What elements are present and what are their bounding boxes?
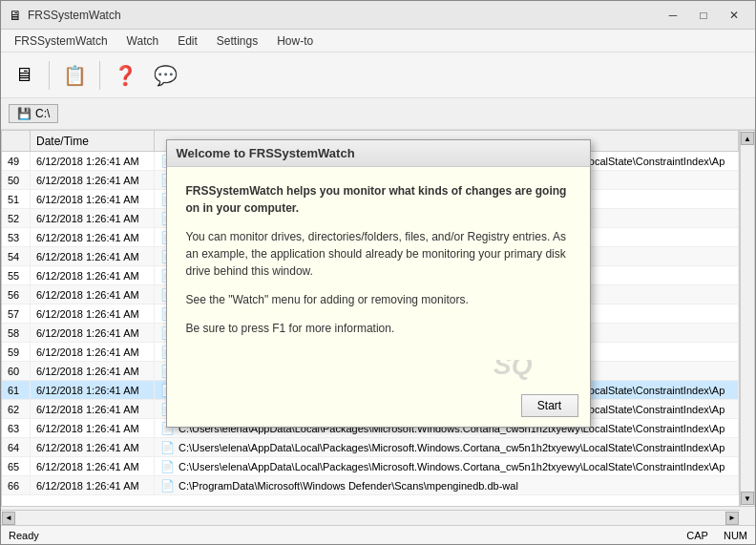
help-button[interactable]: ❓ [106,56,144,94]
drive-icon: 💾 [17,107,32,120]
titlebar-left: 🖥 FRSSystemWatch [9,8,121,23]
titlebar: 🖥 FRSSystemWatch ─ □ ✕ [1,1,755,30]
dialog-watermark: SQ [494,360,532,381]
status-cap: CAP [686,530,708,541]
document-icon: 📋 [63,64,87,87]
statusbar-right: CAP NUM [686,530,747,541]
file-button[interactable]: 📋 [55,56,94,94]
help-icon: ❓ [114,64,137,87]
menu-howto[interactable]: How-to [267,31,323,52]
menu-watch[interactable]: Watch [117,31,169,52]
dialog-overlay: Welcome to FRSSystemWatch FRSSystemWatch… [1,130,755,526]
main-area: Date/Time 496/12/2018 1:26:41 AM📄C:\User… [1,130,755,526]
maximize-button[interactable]: □ [690,5,717,26]
dialog-para2: You can monitor drives, directories/fold… [186,228,571,280]
toolbar-sep-2 [99,61,100,90]
statusbar: Ready CAP NUM [1,525,755,544]
drive-button[interactable]: 💾 C:\ [9,104,58,123]
app-icon: 🖥 [9,8,22,23]
dialog-content: FRSSystemWatch helps you monitor what ki… [167,167,590,360]
dialog-footer: Start [167,388,590,427]
chat-icon: 💬 [154,64,178,87]
drive-label: C:\ [35,107,50,120]
status-num: NUM [724,530,747,541]
open-button[interactable]: 🖥 [5,56,43,94]
titlebar-controls: ─ □ ✕ [660,5,747,26]
drive-area: 💾 C:\ [1,98,755,130]
menu-edit[interactable]: Edit [168,31,207,52]
minimize-button[interactable]: ─ [660,5,686,26]
monitor-icon: 🖥 [14,64,33,86]
menu-frssystemwatch[interactable]: FRSSystemWatch [5,31,117,52]
dialog-para4: Be sure to press F1 for more information… [186,320,571,337]
menu-settings[interactable]: Settings [207,31,267,52]
chat-button[interactable]: 💬 [146,56,184,94]
dialog-para3: See the "Watch" menu for adding or remov… [186,291,571,308]
toolbar-sep-1 [49,61,50,90]
start-button[interactable]: Start [521,394,578,417]
welcome-dialog: Welcome to FRSSystemWatch FRSSystemWatch… [166,139,591,428]
app-window: 🖥 FRSSystemWatch ─ □ ✕ FRSSystemWatch Wa… [0,0,756,545]
status-ready: Ready [9,530,39,541]
dialog-para1: FRSSystemWatch helps you monitor what ki… [186,182,571,217]
dialog-para1-text: FRSSystemWatch helps you monitor what ki… [186,184,567,215]
close-button[interactable]: ✕ [721,5,747,26]
titlebar-title: FRSSystemWatch [28,9,121,22]
menubar: FRSSystemWatch Watch Edit Settings How-t… [1,30,755,52]
dialog-title: Welcome to FRSSystemWatch [167,140,590,167]
toolbar: 🖥 📋 ❓ 💬 [1,52,755,98]
